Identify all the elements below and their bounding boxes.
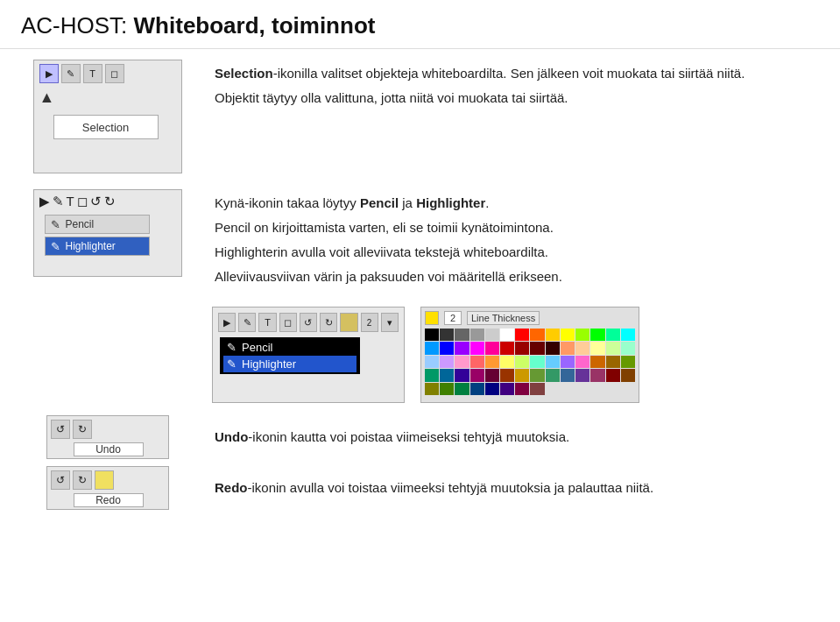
pencil-tool-pencil[interactable]: ✎ [53,194,64,209]
color-cell[interactable] [440,383,454,395]
highlighter-item[interactable]: ✎ Highlighter [45,237,150,256]
color-cell[interactable] [455,329,469,341]
pencil-tool-image: ▶ ✎ T ◻ ↺ ↻ ✎ Pencil ✎ [33,189,182,277]
color-cell[interactable] [530,369,544,381]
color-cell[interactable] [500,342,514,354]
color-cell[interactable] [575,329,589,341]
s1-btn-arrow[interactable]: ▶ [218,313,236,332]
color-cell[interactable] [590,356,604,368]
color-cell[interactable] [606,369,620,381]
color-cell[interactable] [575,356,589,368]
undo-strong: Undo [215,429,248,444]
s1-btn-T[interactable]: T [258,313,276,332]
color-cell[interactable] [515,329,529,341]
color-cell[interactable] [546,342,560,354]
selection-section: ▶ ✎ T ◻ ▲ Selection Selection-ikonilla v… [21,60,819,173]
color-cell[interactable] [530,383,544,395]
color-cell[interactable] [455,369,469,381]
s1-highlighter-text: Highlighter [242,357,296,371]
main-content: ▶ ✎ T ◻ ▲ Selection Selection-ikonilla v… [0,49,840,520]
redo-btn-redo[interactable]: ↻ [73,470,92,490]
pencil-tool-arrow[interactable]: ▶ [39,194,50,209]
color-cell[interactable] [606,329,620,341]
pencil-tool-undo[interactable]: ↺ [90,194,102,209]
screenshot1-highlighter-item[interactable]: ✎ Highlighter [223,356,356,372]
undo-label: Undo [74,442,144,456]
color-cell[interactable] [425,342,439,354]
color-cell[interactable] [606,342,620,354]
selection-desc-2: Objektit täytyy olla valittuna, jotta ni… [215,88,819,109]
color-cell[interactable] [515,342,529,354]
color-cell[interactable] [546,356,560,368]
color-grid [425,329,635,395]
color-cell[interactable] [470,356,484,368]
color-cell[interactable] [425,329,439,341]
color-cell[interactable] [500,329,514,341]
s1-btn-drop[interactable]: ▾ [381,313,399,332]
color-cell[interactable] [455,342,469,354]
color-cell[interactable] [561,342,575,354]
s1-btn-undo[interactable]: ↺ [300,313,317,332]
color-cell[interactable] [470,369,484,381]
color-cell[interactable] [440,329,454,341]
undo-btn-undo[interactable]: ↺ [51,420,70,439]
color-cell[interactable] [455,383,469,395]
undo-btn-redo[interactable]: ↻ [73,420,92,439]
s1-btn-num[interactable]: 2 [361,313,378,332]
color-cell[interactable] [606,356,620,368]
color-cell[interactable] [590,369,604,381]
color-cell[interactable] [590,329,604,341]
screenshot1-pencil-item[interactable]: ✎ Pencil [223,339,356,356]
tool-btn-2[interactable]: T [83,64,102,83]
pencil-tool-T[interactable]: T [67,194,74,209]
color-cell[interactable] [575,342,589,354]
s1-btn-box[interactable]: ◻ [279,313,297,332]
color-cell[interactable] [561,369,575,381]
color-cell[interactable] [561,356,575,368]
tool-btn-3[interactable]: ◻ [105,64,124,83]
color-cell[interactable] [515,383,529,395]
color-cell[interactable] [440,356,454,368]
color-cell[interactable] [485,356,499,368]
color-cell[interactable] [515,369,529,381]
color-cell[interactable] [470,329,484,341]
color-cell[interactable] [546,329,560,341]
color-cell[interactable] [425,369,439,381]
color-cell[interactable] [500,369,514,381]
color-cell[interactable] [485,383,499,395]
color-cell[interactable] [485,329,499,341]
color-cell[interactable] [440,369,454,381]
color-cell[interactable] [500,383,514,395]
pencil-tool-box[interactable]: ◻ [77,194,88,209]
color-cell[interactable] [621,369,635,381]
tool-btn-1[interactable]: ✎ [61,64,81,83]
color-cell[interactable] [621,342,635,354]
color-cell[interactable] [546,369,560,381]
s1-btn-redo[interactable]: ↻ [320,313,337,332]
pencil-item[interactable]: ✎ Pencil [45,215,150,234]
color-cell[interactable] [485,369,499,381]
color-cell[interactable] [425,383,439,395]
color-cell[interactable] [470,342,484,354]
color-cell[interactable] [561,329,575,341]
color-cell[interactable] [530,342,544,354]
color-cell[interactable] [440,342,454,354]
s1-btn-rect[interactable] [340,313,357,332]
selection-arrow-btn[interactable]: ▶ [39,64,59,83]
color-cell[interactable] [530,356,544,368]
s1-btn-pencil[interactable]: ✎ [238,313,256,332]
color-cell[interactable] [590,342,604,354]
color-cell[interactable] [455,356,469,368]
color-cell[interactable] [425,356,439,368]
color-cell[interactable] [515,356,529,368]
color-cell[interactable] [470,383,484,395]
pencil-tool-redo[interactable]: ↻ [104,194,116,209]
color-cell[interactable] [485,342,499,354]
color-cell[interactable] [621,329,635,341]
color-cell[interactable] [530,329,544,341]
redo-btn-undo[interactable]: ↺ [51,470,70,490]
color-cell[interactable] [500,356,514,368]
color-cell[interactable] [575,369,589,381]
color-cell[interactable] [621,356,635,368]
redo-label: Redo [74,493,144,507]
